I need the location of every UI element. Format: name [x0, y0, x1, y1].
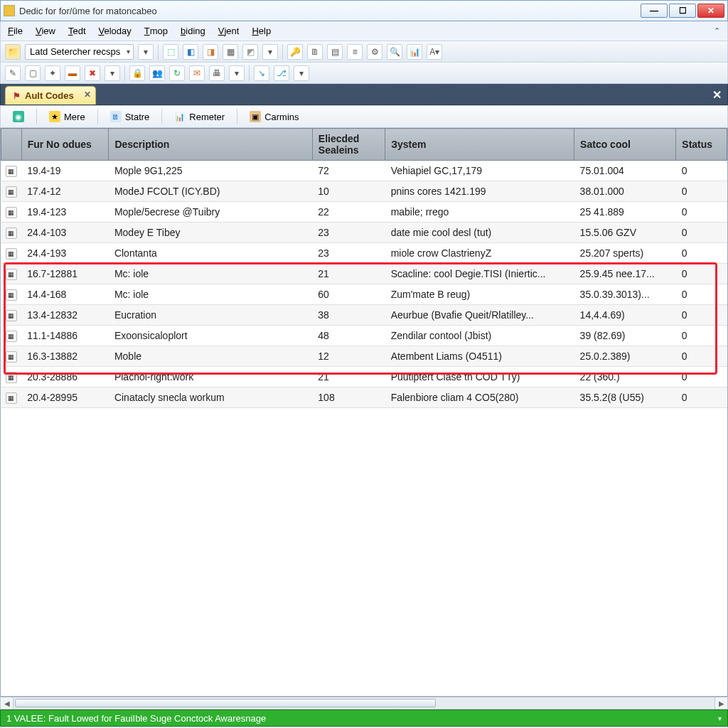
table-row[interactable]: ▦20.4-28995Cinatacly snecla workum108Fal…: [1, 387, 727, 408]
tb2-link-icon[interactable]: ↘: [254, 65, 269, 81]
tb-icon-3[interactable]: ◨: [203, 44, 218, 60]
cell-status: 0: [676, 264, 727, 284]
tb-chart-icon[interactable]: 📊: [407, 44, 422, 60]
scroll-thumb[interactable]: [15, 699, 436, 707]
tb-list-icon[interactable]: ≡: [347, 44, 363, 60]
panel-mere-button[interactable]: ★Mere: [43, 108, 92, 125]
menu-vjent[interactable]: Vjent: [218, 26, 240, 36]
scroll-track[interactable]: [14, 697, 714, 709]
table-row[interactable]: ▦13.4-12832Eucration38Aeurbue (Bvafie Qu…: [1, 305, 727, 326]
search-dropdown-label: Latd Setercher recsps: [30, 46, 120, 57]
col-description[interactable]: Description: [109, 129, 312, 161]
scroll-right-icon[interactable]: ▶: [714, 697, 727, 709]
cell-system: mabile; rrego: [385, 202, 574, 223]
panel-home-button[interactable]: ◉: [6, 108, 31, 125]
folder-icon[interactable]: 📁: [5, 44, 21, 60]
tb-icon-1[interactable]: ⬚: [163, 44, 178, 60]
tb2-drop1-icon[interactable]: ▾: [105, 65, 120, 81]
col-status[interactable]: Status: [676, 129, 727, 161]
statusbar-alert-chevron-icon[interactable]: ▾: [718, 714, 722, 722]
cell-status: 0: [676, 181, 727, 202]
table-row[interactable]: ▦20.3-28886Placnol-right:work21Puutipter…: [1, 367, 727, 387]
cell-satco: 75.01.004: [574, 161, 676, 181]
tb2-print-icon[interactable]: 🖶: [209, 65, 225, 81]
cell-code: 19.4-19: [21, 161, 109, 181]
table-row[interactable]: ▦19.4-19Mople 9G1,22572Vehiapiel GC,17,1…: [1, 161, 727, 181]
table-row[interactable]: ▦24.4-193Clontanta23miole crow Clastrien…: [1, 243, 727, 264]
col-system[interactable]: Зystem: [385, 129, 574, 161]
row-icon: ▦: [1, 202, 22, 223]
minimize-button[interactable]: —: [641, 4, 668, 18]
tb2-lock-icon[interactable]: 🔒: [129, 65, 145, 81]
tb2-mail-icon[interactable]: ✉: [189, 65, 205, 81]
col-sealings[interactable]: Eliecded Sealeins: [312, 129, 385, 161]
menu-tedt[interactable]: Tedt: [68, 26, 86, 36]
tb-icon-5[interactable]: ◩: [242, 44, 258, 60]
statusbar-alert: 1 VALEE: Fault Lowed for FauiIble Suge C…: [0, 710, 728, 727]
table-row[interactable]: ▦11.1-14886Exoonsicaloplort48Zendilar co…: [1, 326, 727, 346]
cell-seal: 108: [312, 387, 385, 408]
tab-close-icon[interactable]: ✕: [84, 90, 91, 100]
panel-carmins-button[interactable]: ▣Carmins: [243, 108, 305, 125]
collapse-chevron-icon[interactable]: ⌃: [714, 26, 720, 36]
tb2-wand-icon[interactable]: ✦: [45, 65, 60, 81]
search-dropdown[interactable]: Latd Setercher recsps: [25, 44, 134, 60]
tb2-drop2-icon[interactable]: ▾: [229, 65, 245, 81]
row-icon: ▦: [1, 264, 22, 284]
tab-bar: ⚑ Ault Codes ✕ ✕: [0, 84, 728, 105]
table-row[interactable]: ▦19.4-123Mople/5ecrese @Tuibry22mabile; …: [1, 202, 727, 223]
col-code[interactable]: Fur No odues: [21, 129, 109, 161]
tb-doc-icon[interactable]: 🗎: [307, 44, 323, 60]
menu-biding[interactable]: biding: [181, 26, 205, 36]
toolbar-secondary: ✎ ▢ ✦ ▬ ✖ ▾ 🔒 👥 ↻ ✉ 🖶 ▾ ↘ ⎇ ▾: [0, 63, 728, 84]
panel-statre-button[interactable]: 🗎Statre: [104, 108, 156, 125]
row-icon: ▦: [1, 346, 22, 367]
cell-code: 20.4-28995: [21, 387, 109, 408]
close-button[interactable]: ✕: [697, 4, 724, 18]
tb-gear-icon[interactable]: ⚙: [367, 44, 382, 60]
col-satco[interactable]: Satco cool: [574, 129, 676, 161]
tb2-refresh-icon[interactable]: ↻: [169, 65, 185, 81]
cell-desc: Cinatacly snecla workum: [109, 387, 312, 408]
table-row[interactable]: ▦16.7-12881Mc: iole21Scacline: cool Degi…: [1, 264, 727, 284]
dropdown-toggle-icon[interactable]: ▾: [138, 44, 154, 60]
panel-remeter-button[interactable]: 📊Remeter: [168, 108, 231, 125]
tb-calendar-icon[interactable]: ▦: [223, 44, 238, 60]
tb2-delete-icon[interactable]: ✖: [85, 65, 100, 81]
horizontal-scrollbar[interactable]: ◀ ▶: [0, 697, 728, 710]
menu-help[interactable]: Help: [252, 26, 271, 36]
tb2-new-icon[interactable]: ▢: [25, 65, 41, 81]
tb2-tag-icon[interactable]: ▬: [65, 65, 80, 81]
panel-close-icon[interactable]: ✕: [712, 88, 722, 102]
maximize-button[interactable]: ☐: [669, 4, 696, 18]
tb-font-icon[interactable]: A▾: [427, 44, 442, 60]
cell-desc: Eucration: [109, 305, 312, 326]
cell-code: 16.7-12881: [21, 264, 109, 284]
cell-satco: 39 (82.69): [574, 326, 676, 346]
tab-ault-codes[interactable]: ⚑ Ault Codes ✕: [5, 86, 96, 105]
tb2-edit-icon[interactable]: ✎: [5, 65, 21, 81]
menu-veloday[interactable]: Veloday: [99, 26, 132, 36]
tb-icon-6[interactable]: ▾: [262, 44, 278, 60]
menu-view[interactable]: View: [36, 26, 55, 36]
menu-tmop[interactable]: Tmop: [144, 26, 168, 36]
tb-icon-2[interactable]: ◧: [183, 44, 198, 60]
scroll-left-icon[interactable]: ◀: [1, 697, 14, 709]
panel-remeter-label: Remeter: [189, 112, 225, 122]
table-row[interactable]: ▦14.4-168Mc: iole60Zum'mate B reug)35.0.…: [1, 284, 727, 305]
cell-system: Scacline: cool Degie.TISI (Iniertic...: [385, 264, 574, 284]
menu-file[interactable]: File: [8, 26, 23, 36]
table-row[interactable]: ▦16.3-13882Moble12Atembent Liams (O4511)…: [1, 346, 727, 367]
table-row[interactable]: ▦24.4-103Modey E Tibey23date mie cool de…: [1, 223, 727, 243]
tab-warning-icon: ⚑: [13, 91, 21, 101]
cell-satco: 35.0.39.3013)...: [574, 284, 676, 305]
table-row[interactable]: ▦17.4-12ModeJ FCOLT (ICY.BD)10pnins core…: [1, 181, 727, 202]
tb-key-icon[interactable]: 🔑: [287, 44, 303, 60]
tb-search-icon[interactable]: 🔍: [387, 44, 402, 60]
tb2-tree-icon[interactable]: ⎇: [274, 65, 289, 81]
tb-grid-icon[interactable]: ▤: [327, 44, 343, 60]
tb2-people-icon[interactable]: 👥: [149, 65, 165, 81]
cell-desc: Mc: iole: [109, 264, 312, 284]
meter-icon: 📊: [174, 111, 186, 122]
tb2-drop3-icon[interactable]: ▾: [294, 65, 309, 81]
